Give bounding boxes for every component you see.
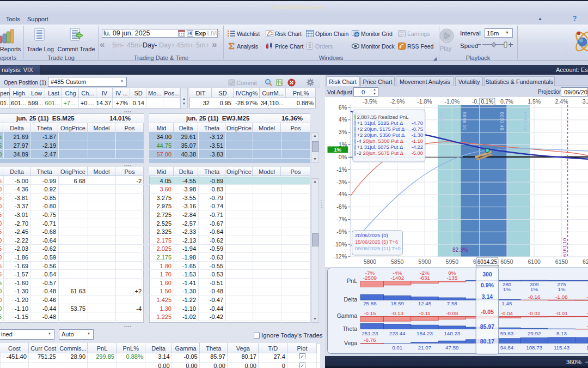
svg-text:-4 20jun. 5300 Put Δ: -4 20jun. 5300 Put Δ — [357, 138, 404, 144]
svg-text:-9%: -9% — [336, 228, 347, 235]
svg-text:-0.13: -0.13 — [391, 310, 404, 316]
svg-text:-0.11: -0.11 — [419, 310, 431, 316]
svg-text:PnL: PnL — [347, 277, 357, 284]
svg-text:-6%: -6% — [336, 203, 347, 210]
svg-text:-1.8%: -1.8% — [417, 98, 432, 105]
svg-text:5900: 5900 — [418, 258, 431, 265]
svg-text:-0.01: -0.01 — [555, 310, 567, 316]
svg-text:223.44: 223.44 — [389, 330, 406, 336]
svg-text:-3.5%: -3.5% — [363, 98, 377, 105]
svg-text:-4.70: -4.70 — [412, 120, 423, 126]
svg-text:-135: -135 — [446, 275, 457, 281]
svg-text:-3%: -3% — [336, 179, 347, 185]
svg-text:-0.02: -0.02 — [528, 310, 540, 316]
svg-text:2,887.35 Realized PnL: 2,887.35 Realized PnL — [357, 114, 409, 120]
svg-text:-1402: -1402 — [390, 275, 404, 281]
svg-text:184.23: 184.23 — [416, 330, 433, 336]
svg-text:6014.25: 6014.25 — [477, 259, 498, 265]
svg-text:47.59: 47.59 — [445, 345, 459, 351]
svg-text:6050: 6050 — [500, 258, 513, 265]
svg-text:6150: 6150 — [555, 258, 568, 265]
svg-text:+2 20jun. 5175 Put Δ: +2 20jun. 5175 Put Δ — [357, 126, 405, 132]
svg-text:0.1%: 0.1% — [481, 99, 494, 105]
svg-text:7.58: 7.58 — [447, 300, 458, 306]
svg-text:-12%: -12% — [333, 253, 347, 260]
svg-text:2.4%: 2.4% — [555, 98, 568, 105]
svg-text:6050.49: 6050.49 — [499, 112, 505, 130]
svg-text:-7%: -7% — [336, 216, 347, 222]
svg-text:1%: 1% — [558, 286, 565, 292]
svg-text:300: 300 — [482, 271, 492, 277]
svg-text:-0.16: -0.16 — [528, 294, 541, 300]
svg-text:3.2%: 3.2% — [583, 98, 588, 105]
svg-text:Gamma: Gamma — [337, 312, 358, 319]
svg-text:6200: 6200 — [583, 258, 588, 265]
svg-text:140.23: 140.23 — [444, 330, 461, 336]
svg-text:-1.0%: -1.0% — [445, 98, 460, 105]
svg-text:18.59: 18.59 — [390, 300, 404, 306]
svg-text:85.97: 85.97 — [480, 323, 494, 330]
svg-text:6092.74: 6092.74 — [523, 112, 529, 130]
svg-text:1%: 1% — [530, 286, 538, 292]
svg-text:+2 20jun. 5350 Put Δ: +2 20jun. 5350 Put Δ — [357, 132, 405, 138]
svg-text:8.13: 8.13 — [556, 330, 567, 336]
svg-text:-4.22: -4.22 — [412, 144, 423, 150]
svg-text:1%: 1% — [334, 147, 341, 153]
svg-text:-8.76: -8.76 — [364, 337, 376, 343]
svg-text:82.3%: 82.3% — [452, 247, 468, 253]
svg-text:-1.30: -1.30 — [412, 132, 423, 138]
svg-text:5923.76: 5923.76 — [439, 112, 445, 130]
svg-text:0.9%: 0.9% — [481, 282, 494, 288]
svg-text:6100: 6100 — [528, 258, 541, 265]
svg-text:-0.05: -0.05 — [481, 309, 494, 315]
svg-text:0.7%: 0.7% — [500, 98, 513, 105]
svg-text:+1 31jul. 5125 Put Δ: +1 31jul. 5125 Put Δ — [357, 120, 403, 126]
svg-text:+1 31jul. 5075 Put Δ: +1 31jul. 5075 Put Δ — [357, 144, 403, 150]
svg-text:-2 20jun. 5675 Put Δ: -2 20jun. 5675 Put Δ — [357, 150, 404, 156]
svg-text:-0.75: -0.75 — [412, 126, 423, 132]
svg-text:25.86: 25.86 — [363, 300, 377, 306]
svg-text:$: $ — [308, 43, 311, 49]
svg-text:09/06/2025 (11) T+0: 09/06/2025 (11) T+0 — [355, 246, 401, 251]
svg-text:1%: 1% — [503, 286, 511, 292]
svg-text:-4%: -4% — [336, 191, 347, 197]
svg-text:5800: 5800 — [364, 258, 377, 265]
svg-text:6%: 6% — [339, 104, 347, 111]
svg-text:-10%: -10% — [333, 241, 347, 248]
svg-text:108.73: 108.73 — [526, 345, 543, 351]
svg-text:59.83: 59.83 — [500, 330, 514, 336]
svg-text:0.01: 0.01 — [392, 345, 402, 351]
svg-text:21.07: 21.07 — [418, 345, 432, 351]
svg-text:5950: 5950 — [446, 258, 459, 265]
svg-text:-1.10: -1.10 — [412, 138, 423, 144]
svg-text:115.43: 115.43 — [554, 345, 570, 351]
svg-text:1.5%: 1.5% — [528, 98, 541, 105]
svg-text:Theta: Theta — [342, 325, 357, 332]
svg-text:-1.08: -1.08 — [555, 294, 568, 300]
svg-text:3%: 3% — [339, 129, 347, 135]
svg-text:0%: 0% — [339, 154, 347, 160]
svg-text:-5.00: -5.00 — [412, 150, 423, 156]
svg-text:-2.6%: -2.6% — [390, 98, 405, 105]
svg-text:-631: -631 — [419, 275, 430, 281]
svg-text:-2509: -2509 — [363, 275, 377, 281]
svg-text:6161.10: 6161.10 — [561, 238, 567, 257]
svg-text:4%: 4% — [339, 116, 347, 123]
svg-text:15/06/2025 (5) T+6: 15/06/2025 (5) T+6 — [355, 239, 398, 245]
svg-text:251.23: 251.23 — [362, 330, 378, 336]
svg-text:-0.15: -0.15 — [364, 310, 376, 316]
svg-text:5966.01: 5966.01 — [462, 112, 468, 130]
svg-text:29.92: 29.92 — [528, 330, 541, 336]
svg-text:-1%: -1% — [336, 166, 347, 173]
svg-text:5850: 5850 — [391, 258, 404, 265]
svg-text:3.14: 3.14 — [482, 293, 493, 300]
svg-text:Delta: Delta — [344, 296, 357, 303]
svg-text:12.45: 12.45 — [418, 300, 432, 306]
svg-text:-0.08: -0.08 — [446, 310, 458, 316]
svg-text:20/06/2025 (0): 20/06/2025 (0) — [355, 233, 388, 238]
svg-text:1.45: 1.45 — [501, 300, 512, 306]
svg-text:80.17: 80.17 — [480, 338, 494, 345]
svg-text:Vega: Vega — [344, 340, 357, 346]
svg-text:-0.04: -0.04 — [501, 310, 513, 316]
svg-text:94.64: 94.64 — [500, 345, 514, 351]
